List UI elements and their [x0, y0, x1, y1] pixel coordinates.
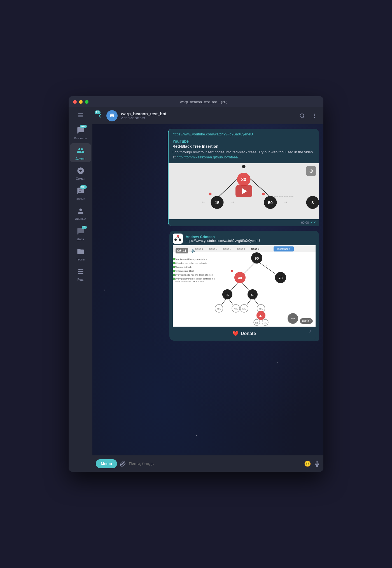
new-badge: 99+	[80, 185, 87, 189]
close-button[interactable]	[73, 100, 77, 104]
forwarded-link[interactable]: https://www.youtube.com/watch?v=g9SaX0ye…	[186, 239, 260, 243]
preview-brand: YouTube	[172, 139, 315, 144]
svg-text:40: 40	[238, 276, 242, 280]
svg-text:All leaves are black: All leaves are black	[175, 270, 195, 272]
message-preview: YouTube Red-Black Tree Insertion I go th…	[169, 138, 319, 163]
maximize-button[interactable]	[85, 100, 88, 104]
attach-button[interactable]	[120, 461, 126, 467]
sidebar-item-new[interactable]: 99+ Новые	[70, 184, 91, 203]
svg-text:8: 8	[311, 200, 314, 205]
chat-name: warp_beacon_test_bot	[121, 111, 294, 116]
forwarded-card: Andrew Crimson https://www.youtube.com/w…	[169, 231, 319, 341]
sidebar-item-all-chats[interactable]: 99+ Все чаты	[70, 123, 91, 142]
message-youtube-link: https://www.youtube.com/watch?v=g9SaX0ye…	[168, 129, 319, 226]
svg-text:same number of black nodes: same number of black nodes	[175, 280, 204, 283]
svg-point-9	[300, 114, 304, 117]
forwarded-avatar	[173, 234, 183, 244]
messages-container[interactable]: https://www.youtube.com/watch?v=g9SaX0ye…	[92, 124, 323, 455]
read-status: ✓✓	[310, 220, 316, 225]
friends-icon	[76, 146, 86, 156]
donate-external-icon: ↗	[309, 329, 312, 333]
message-url[interactable]: https://www.youtube.com/watch?v=g9SaX0ye…	[169, 129, 319, 138]
video-player[interactable]: Case 1 Case 2 Case 3 Case 4 Case 5 Inser…	[173, 245, 316, 327]
svg-text:NIL: NIL	[255, 322, 258, 324]
window-title: warp_beacon_test_bot – (20)	[88, 100, 319, 104]
svg-point-46	[173, 258, 175, 260]
voice-button[interactable]	[314, 461, 320, 467]
chat-info: warp_beacon_test_bot 2 пользователя	[121, 111, 294, 120]
svg-text:47: 47	[259, 314, 263, 318]
svg-point-8	[79, 273, 80, 274]
svg-text:Case 1: Case 1	[195, 248, 203, 250]
svg-text:50: 50	[268, 200, 273, 205]
chat-header: 20 W warp_beacon_test_bot 2 пользователя	[92, 107, 323, 124]
message-meta: 00:00 ✓✓	[169, 219, 319, 226]
svg-text:Insert node: Insert node	[277, 248, 290, 250]
more-menu-button[interactable]	[310, 111, 319, 120]
back-button[interactable]: 20	[97, 113, 103, 119]
sidebar-item-label: Семья	[76, 177, 85, 180]
svg-text:Tree is a valid binary search : Tree is a valid binary search tree	[175, 258, 207, 260]
svg-point-22	[209, 193, 212, 195]
svg-text:Case 2: Case 2	[209, 248, 217, 250]
svg-point-17	[242, 165, 246, 168]
header-actions	[298, 111, 319, 120]
svg-text:Every path from root to leaf c: Every path from root to leaf contains th…	[175, 278, 215, 280]
player-timestamp: 06:41	[176, 248, 188, 253]
forwarded-header: Andrew Crimson https://www.youtube.com/w…	[173, 234, 316, 244]
svg-text:←: ←	[247, 263, 251, 267]
player-sound-icon[interactable]: 🔈	[191, 248, 196, 253]
hamburger-menu[interactable]	[74, 110, 87, 120]
sidebar-item-personal[interactable]: Личные	[70, 204, 91, 223]
play-icon	[242, 188, 247, 194]
message-card: https://www.youtube.com/watch?v=g9SaX0ye…	[168, 129, 319, 226]
svg-text:45: 45	[251, 293, 254, 297]
sidebar-item-dvach[interactable]: 7 Двач	[70, 224, 91, 243]
svg-text:15: 15	[215, 200, 220, 205]
svg-text:All nodes are either red or bl: All nodes are either red or black	[175, 262, 207, 264]
sidebar: 99+ Все чаты Друзья Семья	[69, 107, 92, 472]
svg-point-34	[179, 239, 181, 241]
svg-text:Case 4: Case 4	[237, 248, 245, 250]
svg-text:NIL: NIL	[264, 322, 267, 324]
svg-point-12	[314, 115, 315, 116]
forwarded-info: Andrew Crimson https://www.youtube.com/w…	[186, 235, 260, 243]
chat-avatar: W	[106, 110, 118, 121]
sidebar-item-tests[interactable]: тесты	[70, 244, 91, 263]
sidebar-item-edit[interactable]: Ред.	[70, 264, 91, 283]
svg-point-11	[314, 114, 315, 114]
traffic-lights	[73, 100, 88, 104]
play-button[interactable]	[235, 185, 252, 197]
preview-description: I go through how to insert nodes into re…	[172, 150, 315, 160]
svg-text:30: 30	[241, 177, 246, 182]
sidebar-item-family[interactable]: Семья	[70, 163, 91, 183]
input-bar: Меню 🙂	[92, 455, 323, 472]
family-icon	[76, 166, 86, 176]
message-time: 00:00	[301, 221, 309, 224]
search-button[interactable]	[298, 111, 307, 120]
main-layout: 99+ Все чаты Друзья Семья	[69, 107, 323, 472]
sidebar-item-label: Ред.	[77, 278, 83, 281]
minimize-button[interactable]	[79, 100, 83, 104]
svg-text:Case 3: Case 3	[223, 248, 231, 250]
donate-bar[interactable]: ❤️ Donate ↗	[173, 327, 316, 341]
message-forwarded: Andrew Crimson https://www.youtube.com/w…	[169, 231, 319, 341]
player-tree-viz: Case 1 Case 2 Case 3 Case 4 Case 5 Inser…	[173, 245, 316, 327]
svg-point-53	[173, 270, 175, 272]
emoji-button[interactable]: 🙂	[304, 460, 311, 467]
svg-point-33	[174, 239, 177, 241]
sidebar-item-label: Друзья	[76, 157, 86, 160]
svg-line-10	[303, 117, 304, 118]
svg-point-49	[173, 262, 175, 264]
all-chats-badge: 99+	[80, 125, 87, 128]
sidebar-item-friends[interactable]: Друзья	[70, 143, 91, 162]
title-bar: warp_beacon_test_bot – (20)	[69, 96, 323, 107]
menu-button[interactable]: Меню	[96, 459, 117, 468]
svg-point-69	[231, 270, 233, 272]
player-timer: 00:00	[300, 318, 313, 324]
svg-text:90: 90	[255, 256, 259, 260]
svg-text:✓: ✓	[175, 257, 177, 259]
zoom-button[interactable]: ⊕	[306, 166, 316, 176]
dvach-badge: 7	[82, 226, 87, 229]
message-input[interactable]	[129, 461, 301, 466]
